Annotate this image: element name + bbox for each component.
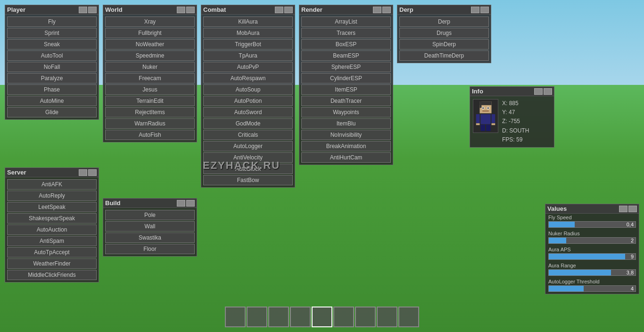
- hack-button-antiafk[interactable]: AntiAFK: [7, 179, 97, 190]
- slider-track-1[interactable]: 2: [548, 237, 636, 244]
- player-panel-btn2[interactable]: [88, 7, 97, 13]
- hack-button-terrainedit[interactable]: TerrainEdit: [105, 96, 195, 106]
- hack-button-glide[interactable]: Glide: [7, 107, 97, 117]
- hotbar-slot-2[interactable]: [268, 307, 289, 327]
- derp-panel-btn2[interactable]: [480, 7, 489, 13]
- hack-button-boxesp[interactable]: BoxESP: [301, 39, 391, 50]
- hotbar-slot-5[interactable]: [333, 307, 354, 327]
- hack-button-sphereesp[interactable]: SphereESP: [301, 62, 391, 72]
- slider-track-2[interactable]: 9: [548, 253, 636, 260]
- hack-button-autotpaccept[interactable]: AutoTpAccept: [7, 247, 97, 257]
- hack-button-rejectitems[interactable]: RejectItems: [105, 107, 195, 117]
- hack-button-tpaura[interactable]: TpAura: [203, 50, 293, 61]
- values-panel-btn2[interactable]: [628, 206, 637, 212]
- hotbar-slot-4[interactable]: [312, 307, 332, 327]
- info-panel-btn1[interactable]: [534, 88, 543, 95]
- combat-panel-header: Combat: [201, 5, 295, 15]
- hack-button-itemesp[interactable]: ItemESP: [301, 84, 391, 95]
- server-panel-btn1[interactable]: [79, 169, 87, 176]
- hack-button-nuker[interactable]: Nuker: [105, 62, 195, 72]
- player-panel-btn1[interactable]: [79, 7, 87, 13]
- hotbar-slot-0[interactable]: [225, 307, 246, 327]
- hack-button-autopvp[interactable]: AutoPvP: [203, 62, 293, 72]
- hack-button-xray[interactable]: Xray: [105, 17, 195, 27]
- hack-button-phase[interactable]: Phase: [7, 84, 97, 95]
- hack-button-waypoints[interactable]: Waypoints: [301, 107, 391, 117]
- hack-button-shakespearspeak[interactable]: ShakespearSpeak: [7, 213, 97, 224]
- hack-button-godmode[interactable]: GodMode: [203, 118, 293, 129]
- hack-button-arraylist[interactable]: ArrayList: [301, 17, 391, 27]
- hack-button-breakanimation[interactable]: BreakAnimation: [301, 141, 391, 151]
- hack-button-floor[interactable]: Floor: [105, 244, 195, 254]
- hotbar-slot-1[interactable]: [247, 307, 267, 327]
- hack-button-jesus[interactable]: Jesus: [105, 84, 195, 95]
- hack-button-fastbow[interactable]: FastBow: [203, 175, 293, 185]
- combat-panel-btn2[interactable]: [284, 7, 293, 13]
- hack-button-weatherfinder[interactable]: WeatherFinder: [7, 258, 97, 269]
- derp-btn-list: DerpDrugsSpinDerpDeathTimeDerp: [397, 15, 491, 63]
- hack-button-cylinderesp[interactable]: CylinderESP: [301, 73, 391, 83]
- hack-button-antispam[interactable]: AntiSpam: [7, 236, 97, 246]
- hack-button-autofish[interactable]: AutoFish: [105, 130, 195, 140]
- slider-track-4[interactable]: 4: [548, 285, 636, 292]
- build-panel-btn2[interactable]: [186, 200, 195, 207]
- hack-button-mobaura[interactable]: MobAura: [203, 28, 293, 38]
- hack-button-swastika[interactable]: Swastika: [105, 232, 195, 243]
- hack-button-fullbright[interactable]: Fullbright: [105, 28, 195, 38]
- sliders-container: Fly Speed 0,4 Nuker Radius 2 Aura APS 9 …: [545, 214, 639, 294]
- hack-button-derp[interactable]: Derp: [399, 17, 489, 27]
- hack-button-autoreply[interactable]: AutoReply: [7, 191, 97, 201]
- hack-button-wall[interactable]: Wall: [105, 221, 195, 232]
- hack-button-autoauction[interactable]: AutoAuction: [7, 224, 97, 235]
- hack-button-noinvisibility[interactable]: NoInvisibility: [301, 130, 391, 140]
- info-panel-btn2[interactable]: [544, 88, 552, 95]
- hack-button-autopotion[interactable]: AutoPotion: [203, 96, 293, 106]
- values-panel-btn1[interactable]: [619, 206, 627, 212]
- hack-button-drugs[interactable]: Drugs: [399, 28, 489, 38]
- slider-track-3[interactable]: 3,8: [548, 269, 636, 276]
- hack-button-noweather[interactable]: NoWeather: [105, 39, 195, 50]
- hack-button-autorespawn[interactable]: AutoRespawn: [203, 73, 293, 83]
- hack-button-speedmine[interactable]: Speedmine: [105, 50, 195, 61]
- hack-button-autotool[interactable]: AutoTool: [7, 50, 97, 61]
- server-panel-btn2[interactable]: [88, 169, 97, 176]
- hack-button-autologger[interactable]: AutoLogger: [203, 141, 293, 151]
- hack-button-deathtimederp[interactable]: DeathTimeDerp: [399, 50, 489, 61]
- hack-button-beamesp[interactable]: BeamESP: [301, 50, 391, 61]
- hack-button-spinderp[interactable]: SpinDerp: [399, 39, 489, 50]
- hack-button-nofall[interactable]: NoFall: [7, 62, 97, 72]
- world-panel-btn1[interactable]: [177, 7, 185, 13]
- hack-button-fly[interactable]: Fly: [7, 17, 97, 27]
- hack-button-freecam[interactable]: Freecam: [105, 73, 195, 83]
- derp-panel-btn1[interactable]: [471, 7, 479, 13]
- hack-button-autosword[interactable]: AutoSword: [203, 107, 293, 117]
- hack-button-automine[interactable]: AutoMine: [7, 96, 97, 106]
- render-panel-btn1[interactable]: [373, 7, 381, 13]
- hack-button-antihurtcam[interactable]: AntiHurtCam: [301, 152, 391, 163]
- hack-button-tracers[interactable]: Tracers: [301, 28, 391, 38]
- hack-button-triggerbot[interactable]: TriggerBot: [203, 39, 293, 50]
- hack-button-leetspeak[interactable]: LeetSpeak: [7, 202, 97, 212]
- world-panel-btn2[interactable]: [186, 7, 195, 13]
- hack-button-criticals[interactable]: Criticals: [203, 130, 293, 140]
- hotbar-slot-7[interactable]: [377, 307, 397, 327]
- hack-button-pole[interactable]: Pole: [105, 210, 195, 220]
- hotbar-slot-8[interactable]: [398, 307, 419, 327]
- hack-button-sprint[interactable]: Sprint: [7, 28, 97, 38]
- hack-button-warnradius[interactable]: WarnRadius: [105, 118, 195, 129]
- hack-button-middleclickfriends[interactable]: MiddleClickFriends: [7, 270, 97, 280]
- hack-button-deathtracer[interactable]: DeathTracer: [301, 96, 391, 106]
- hotbar-slot-6[interactable]: [355, 307, 376, 327]
- hack-button-itemblu[interactable]: ItemBlu: [301, 118, 391, 129]
- combat-panel-btn1[interactable]: [275, 7, 283, 13]
- hack-button-sneak[interactable]: Sneak: [7, 39, 97, 50]
- slider-track-0[interactable]: 0,4: [548, 221, 636, 228]
- hack-button-killaura[interactable]: KillAura: [203, 17, 293, 27]
- hack-button-autosoup[interactable]: AutoSoup: [203, 84, 293, 95]
- hotbar-slot-3[interactable]: [290, 307, 311, 327]
- player-panel: Player FlySprintSneakAutoToolNoFallParal…: [5, 5, 99, 120]
- render-panel-btn2[interactable]: [382, 7, 391, 13]
- avatar: [473, 99, 498, 133]
- build-panel-btn1[interactable]: [177, 200, 185, 207]
- hack-button-paralyze[interactable]: Paralyze: [7, 73, 97, 83]
